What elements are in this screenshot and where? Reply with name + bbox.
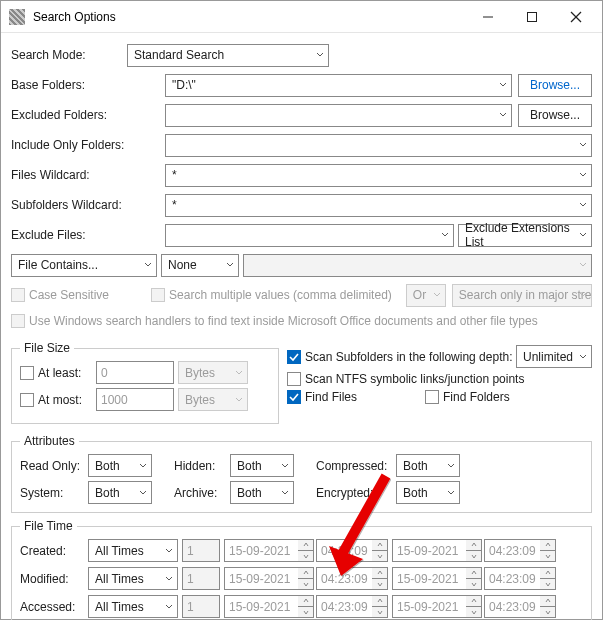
accessed-num-input[interactable] <box>182 595 220 618</box>
accessed-date1-input[interactable] <box>224 595 298 618</box>
filesize-legend: File Size <box>20 341 74 355</box>
minimize-button[interactable] <box>466 3 510 31</box>
chevron-down-icon <box>226 258 234 272</box>
modified-time2-input[interactable] <box>484 567 540 590</box>
encrypted-select[interactable]: Both <box>396 481 460 504</box>
label-subfolders-wildcard: Subfolders Wildcard: <box>11 198 165 212</box>
created-time2-input[interactable] <box>484 539 540 562</box>
modified-date2-input[interactable] <box>392 567 466 590</box>
spinner-icon[interactable] <box>372 539 388 562</box>
spinner-icon[interactable] <box>540 567 556 590</box>
at-most-input[interactable] <box>96 388 174 411</box>
chevron-down-icon <box>165 600 173 614</box>
spinner-icon[interactable] <box>372 567 388 590</box>
modified-mode-select[interactable]: All Times <box>88 567 178 590</box>
modified-num-input[interactable] <box>182 567 220 590</box>
exclude-extensions-select[interactable]: Exclude Extensions List <box>458 224 592 247</box>
chevron-down-icon <box>139 459 147 473</box>
archive-select[interactable]: Both <box>230 481 294 504</box>
chevron-down-icon <box>579 258 587 272</box>
browse-base-button[interactable]: Browse... <box>518 74 592 97</box>
spinner-icon[interactable] <box>298 595 314 618</box>
multi-values-checkbox[interactable] <box>151 288 165 302</box>
modified-time1-input[interactable] <box>316 567 372 590</box>
include-only-input[interactable] <box>165 134 592 157</box>
chevron-down-icon <box>447 459 455 473</box>
files-wildcard-input[interactable]: * <box>165 164 592 187</box>
at-most-unit-select[interactable]: Bytes <box>178 388 248 411</box>
created-date2-input[interactable] <box>392 539 466 562</box>
label-find-files: Find Files <box>305 390 425 404</box>
at-least-unit-select[interactable]: Bytes <box>178 361 248 384</box>
search-mode-select[interactable]: Standard Search <box>127 44 329 67</box>
system-select[interactable]: Both <box>88 481 152 504</box>
chevron-down-icon <box>433 288 441 302</box>
label-accessed: Accessed: <box>20 600 88 614</box>
case-sensitive-checkbox[interactable] <box>11 288 25 302</box>
maximize-button[interactable] <box>510 3 554 31</box>
created-mode-select[interactable]: All Times <box>88 539 178 562</box>
window-title: Search Options <box>33 10 466 24</box>
scan-ntfs-checkbox[interactable] <box>287 372 301 386</box>
spinner-icon[interactable] <box>298 539 314 562</box>
close-button[interactable] <box>554 3 598 31</box>
exclude-files-input[interactable] <box>165 224 454 247</box>
created-num-input[interactable] <box>182 539 220 562</box>
attrs-legend: Attributes <box>20 434 79 448</box>
spinner-icon[interactable] <box>466 595 482 618</box>
readonly-select[interactable]: Both <box>88 454 152 477</box>
file-contains-text-input[interactable] <box>243 254 592 277</box>
scan-subfolders-checkbox[interactable] <box>287 350 301 364</box>
created-time1-input[interactable] <box>316 539 372 562</box>
chevron-down-icon <box>579 350 587 364</box>
at-least-checkbox[interactable] <box>20 366 34 380</box>
accessed-date2-input[interactable] <box>392 595 466 618</box>
at-most-checkbox[interactable] <box>20 393 34 407</box>
spinner-icon[interactable] <box>466 539 482 562</box>
created-date1-input[interactable] <box>224 539 298 562</box>
chevron-down-icon <box>235 366 243 380</box>
label-compressed: Compressed: <box>316 459 396 473</box>
label-created: Created: <box>20 544 88 558</box>
accessed-time2-input[interactable] <box>484 595 540 618</box>
compressed-select[interactable]: Both <box>396 454 460 477</box>
spinner-icon[interactable] <box>298 567 314 590</box>
label-exclude-files: Exclude Files: <box>11 228 165 242</box>
label-find-folders: Find Folders <box>443 390 510 404</box>
label-at-most: At most: <box>38 393 96 407</box>
spinner-icon[interactable] <box>540 539 556 562</box>
major-streams-value: Search only in major strea <box>459 288 592 302</box>
chevron-down-icon <box>165 544 173 558</box>
browse-excluded-button[interactable]: Browse... <box>518 104 592 127</box>
file-contains-mode-select[interactable]: None <box>161 254 239 277</box>
spinner-icon[interactable] <box>372 595 388 618</box>
label-scan-ntfs: Scan NTFS symbolic links/junction points <box>305 372 524 386</box>
modified-date1-input[interactable] <box>224 567 298 590</box>
label-include-only: Include Only Folders: <box>11 138 165 152</box>
label-readonly: Read Only: <box>20 459 88 473</box>
file-contains-select[interactable]: File Contains... <box>11 254 157 277</box>
accessed-mode-select[interactable]: All Times <box>88 595 178 618</box>
subfolders-wildcard-input[interactable]: * <box>165 194 592 217</box>
accessed-time1-input[interactable] <box>316 595 372 618</box>
spinner-icon[interactable] <box>466 567 482 590</box>
label-win-handlers: Use Windows search handlers to find text… <box>29 314 538 328</box>
files-wildcard-value: * <box>172 168 177 182</box>
at-least-input[interactable] <box>96 361 174 384</box>
chevron-down-icon <box>235 393 243 407</box>
chevron-down-icon <box>316 48 324 62</box>
or-select[interactable]: Or <box>406 284 446 307</box>
base-folders-input[interactable]: "D:\" <box>165 74 512 97</box>
find-files-checkbox[interactable] <box>287 390 301 404</box>
major-streams-select[interactable]: Search only in major strea <box>452 284 592 307</box>
file-contains-mode-value: None <box>168 258 197 272</box>
label-at-least: At least: <box>38 366 96 380</box>
chevron-down-icon <box>144 258 152 272</box>
hidden-select[interactable]: Both <box>230 454 294 477</box>
spinner-icon[interactable] <box>540 595 556 618</box>
excluded-folders-input[interactable] <box>165 104 512 127</box>
find-folders-checkbox[interactable] <box>425 390 439 404</box>
subfolders-wildcard-value: * <box>172 198 177 212</box>
depth-select[interactable]: Unlimited <box>516 345 592 368</box>
win-handlers-checkbox[interactable] <box>11 314 25 328</box>
